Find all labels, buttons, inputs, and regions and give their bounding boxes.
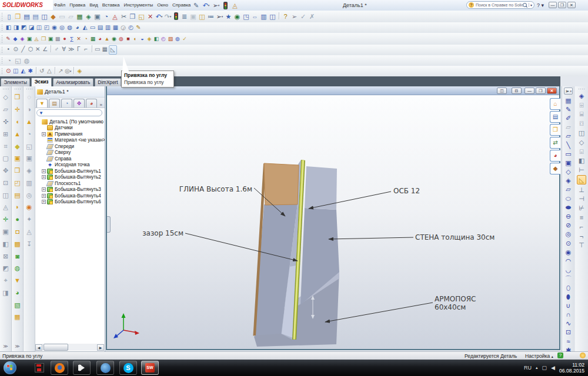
d3-icon[interactable]: ⌼ [577, 119, 586, 127]
undo-icon[interactable]: ↶▾ [202, 1, 211, 9]
mass-icon[interactable]: ◈ [19, 35, 26, 43]
rel1-icon[interactable]: ◇ [2, 93, 10, 101]
right-view-icon[interactable]: ◫ [36, 24, 43, 32]
menu-Файл[interactable]: Файл [52, 2, 68, 8]
publish-icon[interactable]: ◫ [41, 12, 49, 21]
symmetry-icon[interactable]: ▩ [55, 35, 61, 43]
split-vertical-button[interactable]: ⊟ [512, 88, 522, 94]
pen-icon[interactable]: ✎ [192, 1, 201, 9]
rel5-icon[interactable]: ⌗ [2, 142, 10, 150]
s-circle1-icon[interactable]: ◎ [564, 230, 573, 238]
tree-item[interactable]: Датчики [35, 125, 105, 132]
g1-icon[interactable]: ◌ [25, 93, 34, 101]
feature-tree-filter-input[interactable]: ▼ [36, 109, 102, 116]
toolbar-grip[interactable] [2, 88, 9, 90]
save-icon[interactable]: ▤ [23, 12, 31, 21]
pack-icon[interactable]: ▦ [76, 12, 84, 21]
toolbar-overflow-chevron[interactable]: ≫ [15, 344, 19, 349]
d12-icon[interactable]: ⊬ [577, 204, 586, 212]
cross-icon[interactable]: ✕ [35, 45, 42, 53]
tree-item[interactable]: Сверху [35, 150, 105, 156]
fm-property-tab[interactable]: ▤ [49, 99, 60, 108]
draft-icon[interactable]: ◶ [120, 24, 127, 32]
taskbar-skype[interactable]: S [119, 361, 137, 375]
angle-snap-icon[interactable]: ◺ [109, 45, 117, 55]
s-ellipse1-icon[interactable]: ⬯ [564, 284, 573, 292]
copy-icon[interactable]: ❒ [129, 12, 137, 21]
s-eq-icon[interactable]: ≈ [564, 337, 573, 345]
star-icon[interactable]: ✱ [27, 67, 34, 75]
tree-item[interactable]: +Бобышка-Вытянуть4 [35, 193, 105, 199]
rel17-icon[interactable]: ◨ [2, 288, 10, 297]
menu-Окно[interactable]: Окно [155, 2, 171, 8]
feature-panel-scrollbar[interactable]: ◀ ▶ [35, 344, 104, 351]
d-smart-icon[interactable]: ◈ [577, 92, 586, 100]
doc-close-button[interactable]: ✕ [547, 88, 557, 94]
grid-snap-icon[interactable]: ▦ [102, 45, 109, 53]
rel3-icon[interactable]: ✜ [2, 118, 10, 126]
f1-icon[interactable]: ❒ [14, 93, 22, 101]
two-view-icon[interactable]: ▤ [97, 24, 104, 32]
tree-item[interactable]: +AПримечания [35, 131, 105, 137]
open-icon[interactable]: ❒ [14, 12, 22, 21]
hidden-lines-icon[interactable]: ◍ [66, 24, 74, 32]
d8-icon[interactable]: ⊢ [577, 166, 586, 174]
rel15-icon[interactable]: ◩ [2, 264, 10, 272]
f15-icon[interactable]: ◍ [14, 264, 22, 272]
g7-icon[interactable]: ◈ [25, 166, 34, 174]
fm-config-tab[interactable]: ◔ [61, 99, 72, 108]
s-arc3-icon[interactable]: ⌒ [564, 274, 573, 283]
sketch-color-icon[interactable]: ◧ [153, 35, 160, 43]
make-assembly-icon[interactable]: ▱ [67, 12, 75, 21]
command-tab-DimXpert[interactable]: DimXpert [95, 78, 121, 87]
status-settings[interactable]: Настройка ▴ [525, 353, 553, 359]
stats-icon[interactable]: ◬ [34, 35, 40, 43]
s-3dsketch-icon[interactable]: ✐ [564, 114, 573, 122]
circle-pt-icon[interactable]: ⊙ [12, 45, 19, 53]
s-spline-icon[interactable]: ∿ [564, 319, 573, 327]
d1-icon[interactable]: ⌹ [577, 101, 586, 109]
split-horizontal-button[interactable]: ◫ [497, 88, 507, 94]
f10-icon[interactable]: ◗ [14, 203, 22, 211]
half-icon[interactable]: ◐ [132, 35, 139, 43]
check-icon[interactable]: ❒ [41, 35, 47, 43]
redo-icon[interactable]: ↷▾ [164, 12, 172, 21]
rel14-icon[interactable]: ⊠ [2, 252, 10, 260]
taskbar-backup-app[interactable] [31, 361, 48, 375]
tree-item[interactable]: +Бобышка-Вытянуть3 [35, 187, 105, 193]
rel11-icon[interactable]: ✛ [2, 215, 10, 223]
g9-icon[interactable]: ◎ [25, 191, 34, 199]
s-arc2-icon[interactable]: ◡ [564, 266, 573, 274]
d14-icon[interactable]: ⌐ [577, 223, 586, 231]
undercut-icon[interactable]: ▲ [104, 35, 111, 43]
tree-item[interactable]: Деталь1 (По умолчанию <<По [35, 119, 105, 125]
print3d-icon[interactable]: ◬ [111, 12, 119, 21]
accept-icon[interactable]: ✓ [299, 12, 308, 21]
d11-icon[interactable]: ⊣ [577, 194, 586, 203]
menu-Вставка[interactable]: Вставка [100, 2, 122, 8]
colored-icon[interactable]: ◈ [76, 67, 83, 75]
menu-Справка[interactable]: Справка [170, 2, 192, 8]
key-icon[interactable]: ◱ [14, 56, 22, 65]
taskbar-solidworks[interactable]: SW [141, 361, 159, 375]
curvature-icon[interactable]: ◕ [97, 35, 103, 43]
rel16-icon[interactable]: ⌖ [2, 276, 10, 284]
taskbar-firefox[interactable] [51, 361, 68, 375]
f11-icon[interactable]: ● [14, 215, 22, 223]
fullscreen-icon[interactable]: ◳ [242, 12, 250, 21]
s-parabola-icon[interactable]: ∩ [564, 310, 573, 318]
top-view-icon[interactable]: ◰ [44, 24, 51, 32]
columns-icon[interactable]: ▥ [260, 12, 268, 21]
cam-icon[interactable]: ◍ [23, 56, 31, 65]
check-rel-icon[interactable]: ∀ [61, 45, 68, 53]
tray-expand-icon[interactable]: ▴ [536, 365, 538, 370]
rel12-icon[interactable]: ▣ [2, 227, 10, 236]
d9-icon[interactable]: ◺ [577, 175, 586, 184]
s-pellipse-icon[interactable]: ∪ [564, 301, 573, 310]
rel9-icon[interactable]: ◫ [2, 191, 10, 199]
d4-icon[interactable]: ◫ [577, 129, 586, 137]
cancel2-icon[interactable]: ✗ [308, 12, 316, 21]
restore-button[interactable]: ❐ [558, 2, 566, 8]
select-filter-icon[interactable]: ≔ [207, 12, 215, 21]
point-icon[interactable]: • [5, 45, 12, 53]
